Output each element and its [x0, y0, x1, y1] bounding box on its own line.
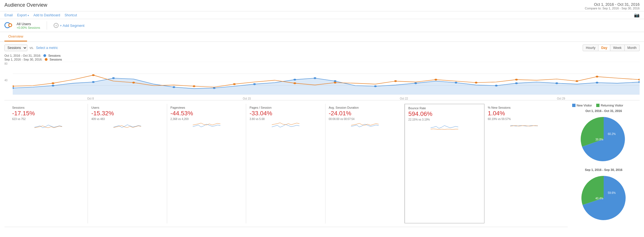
all-users-segment[interactable]: All Users +0.00% Sessions: [4, 22, 40, 29]
shortcut-link[interactable]: Shortcut: [65, 13, 77, 17]
metric-br-value: 594.06%: [408, 110, 480, 118]
svg-point-26: [132, 82, 135, 83]
metrics-grid: Sessions -17.15% 623 vs 752 Users -15.32…: [4, 100, 568, 227]
hourly-button[interactable]: Hourly: [583, 45, 598, 51]
metric-select-dropdown[interactable]: Sessions: [4, 45, 27, 51]
metric-ns-compare: 60.19% vs 59.57%: [488, 118, 560, 121]
metric-users-compare: 409 vs 483: [91, 118, 163, 121]
chart-svg-container: [13, 62, 640, 95]
svg-point-9: [173, 86, 175, 88]
svg-point-25: [92, 74, 95, 76]
pie-chart-oct-title: Oct 1, 2016 - Oct 31, 2016: [572, 109, 635, 113]
chart-svg: [13, 62, 640, 95]
metric-bounce-rate: Bounce Rate 594.06% 22.15% vs 3.19%: [404, 104, 484, 223]
date-range: Oct 1, 2016 - Oct 31, 2016 Compare to: S…: [585, 2, 640, 10]
pie-section: New Visitor Returning Visitor Oct 1, 201…: [568, 100, 640, 227]
svg-point-6: [52, 85, 54, 86]
svg-point-32: [435, 79, 437, 80]
metric-br-name: Bounce Rate: [408, 106, 480, 110]
metric-pageviews-compare: 2,368 vs 4,269: [170, 118, 243, 121]
vs-label: vs.: [30, 46, 34, 50]
svg-text:59.6%: 59.6%: [608, 191, 616, 194]
legend-item-current: Oct 1, 2016 - Oct 31, 2016: Sessions: [4, 54, 640, 57]
time-range-buttons: Hourly Day Week Month: [583, 45, 640, 51]
pie-chart-oct: Oct 1, 2016 - Oct 31, 2016 39.8% 60.2%: [572, 109, 635, 165]
svg-point-29: [293, 82, 296, 84]
svg-point-30: [334, 82, 337, 83]
pie-chart-sep: Sep 1, 2016 - Sep 30, 2016 40.4% 59.6%: [572, 168, 635, 224]
camera-icon: 📷: [634, 12, 640, 18]
page-title: Audience Overview: [4, 2, 47, 8]
chart-controls: Sessions vs. Select a metric Hourly Day …: [0, 42, 644, 52]
tab-overview[interactable]: Overview: [4, 32, 27, 41]
metric-pageviews: Pageviews -44.53% 2,368 vs 4,269: [167, 104, 246, 223]
lower-section: Sessions -17.15% 623 vs 752 Users -15.32…: [0, 100, 644, 227]
day-button[interactable]: Day: [598, 45, 610, 51]
segment-circles-icon: [4, 22, 14, 29]
svg-point-27: [193, 85, 196, 87]
metric-pageviews-sparkline: [170, 122, 243, 130]
svg-point-21: [596, 82, 598, 83]
month-button[interactable]: Month: [625, 45, 640, 51]
returning-visitor-color-box: [596, 104, 600, 107]
x-axis-labels: Oct 8 Oct 15 Oct 22 Oct 29: [13, 97, 640, 100]
metric-asd-name: Avg. Session Duration: [329, 106, 401, 109]
add-segment-button[interactable]: + + Add Segment: [54, 23, 84, 28]
svg-marker-4: [13, 78, 640, 95]
legend-dot-compare: [45, 58, 48, 61]
y-label-80: 80: [4, 62, 7, 65]
metric-sessions-compare: 623 vs 752: [12, 118, 84, 121]
pie-legend: New Visitor Returning Visitor: [572, 104, 635, 107]
metric-new-sessions: % New Sessions 1.04% 60.19% vs 59.57%: [485, 104, 563, 223]
x-label-oct8: Oct 8: [87, 97, 94, 100]
metric-users-name: Users: [91, 106, 163, 109]
svg-point-37: [638, 79, 640, 80]
add-dashboard-link[interactable]: Add to Dashboard: [33, 13, 60, 17]
new-visitor-color-box: [572, 104, 575, 107]
segment-divider: [47, 21, 47, 30]
tab-bar: Overview: [0, 32, 644, 42]
svg-point-19: [515, 82, 518, 84]
chart-legend: Oct 1, 2016 - Oct 31, 2016: Sessions Sep…: [0, 52, 644, 62]
week-button[interactable]: Week: [610, 45, 624, 51]
add-icon: +: [54, 23, 59, 28]
main-chart: 80 40: [4, 62, 640, 100]
legend-dot-current: [43, 54, 46, 57]
svg-point-31: [394, 80, 397, 82]
x-label-oct29: Oct 29: [557, 97, 565, 100]
metric-sessions: Sessions -17.15% 623 vs 752: [9, 104, 88, 223]
action-bar: Email Export ▾ Add to Dashboard Shortcut…: [0, 11, 644, 19]
svg-point-11: [253, 83, 256, 85]
metric-users-value: -15.32%: [91, 110, 163, 117]
svg-point-24: [52, 82, 54, 84]
svg-text:40.4%: 40.4%: [595, 197, 603, 200]
svg-point-34: [515, 79, 518, 80]
metric-pages-per-session: Pages / Session -33.04% 3.80 vs 5.68: [246, 104, 325, 223]
metric-ns-value: 1.04%: [488, 110, 560, 117]
svg-text:60.2%: 60.2%: [608, 132, 616, 136]
segment-sub: +0.00% Sessions: [17, 26, 40, 29]
svg-point-16: [414, 82, 417, 84]
export-chevron-icon: ▾: [28, 14, 29, 17]
legend-current-label: Oct 1, 2016 - Oct 31, 2016:: [4, 54, 41, 57]
metric-users: Users -15.32% 409 vs 483: [88, 104, 167, 223]
legend-current-series: Sessions: [48, 54, 61, 57]
metric-users-sparkline: [91, 122, 163, 130]
export-link[interactable]: Export ▾: [17, 13, 29, 17]
metric-avg-session-duration: Avg. Session Duration -24.01% 00:06:00 v…: [325, 104, 404, 223]
metric-asd-value: -24.01%: [329, 110, 401, 117]
metric-pps-value: -33.04%: [249, 110, 322, 117]
metric-br-compare: 22.15% vs 3.19%: [408, 118, 480, 121]
svg-point-10: [213, 87, 215, 89]
metric-br-sparkline: [408, 122, 480, 131]
main-date-label: Oct 1, 2016 - Oct 31, 2016: [585, 2, 640, 7]
select-metric-link[interactable]: Select a metric: [36, 46, 58, 50]
svg-point-12: [293, 79, 296, 80]
svg-point-36: [596, 76, 598, 77]
pie-svg-oct: 39.8% 60.2%: [579, 114, 629, 164]
metric-asd-compare: 00:06:00 vs 00:07:54: [329, 118, 401, 121]
svg-point-18: [495, 85, 498, 86]
metric-pps-sparkline: [249, 122, 322, 130]
email-link[interactable]: Email: [4, 13, 13, 17]
legend-item-compare: Sep 1, 2016 - Sep 30, 2016: Sessions: [4, 58, 640, 61]
